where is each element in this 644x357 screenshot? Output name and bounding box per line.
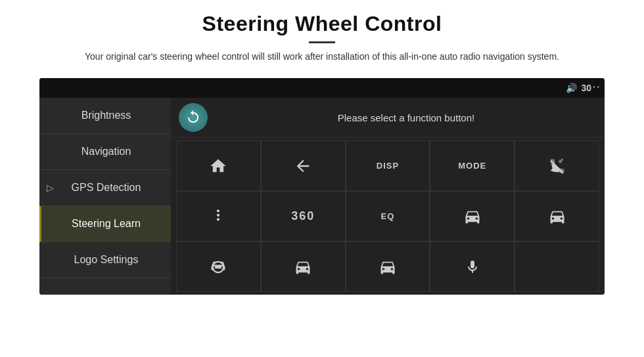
disp-label: DISP bbox=[377, 161, 399, 171]
btn-antenna[interactable] bbox=[176, 191, 261, 242]
btn-360[interactable]: 360 bbox=[261, 191, 346, 242]
btn-back[interactable] bbox=[261, 140, 346, 191]
volume-icon: 🔊 bbox=[566, 83, 577, 93]
btn-microphone[interactable] bbox=[430, 242, 515, 292]
page-header: Steering Wheel Control Your original car… bbox=[0, 0, 644, 72]
main-content: Brightness Navigation ▷ GPS Detection St… bbox=[39, 98, 605, 295]
car-radio-ui: 🔊 30 Brightness Navigation ▷ GPS Detecti… bbox=[39, 78, 605, 295]
btn-home[interactable] bbox=[176, 140, 261, 191]
eq-label: EQ bbox=[381, 211, 395, 221]
sidebar-item-gps-detection[interactable]: ▷ GPS Detection bbox=[39, 170, 171, 206]
sidebar: Brightness Navigation ▷ GPS Detection St… bbox=[39, 98, 171, 295]
btn-car-front[interactable] bbox=[176, 242, 261, 292]
sidebar-item-logo-settings[interactable]: Logo Settings bbox=[39, 242, 171, 278]
button-grid: DISP MODE 360 bbox=[171, 138, 605, 295]
btn-car-cam1[interactable] bbox=[430, 191, 515, 242]
mode-label: MODE bbox=[458, 161, 486, 171]
btn-car-side1[interactable] bbox=[261, 242, 346, 292]
function-bar: Please select a function button! • • • bbox=[171, 98, 605, 138]
function-prompt: Please select a function button! bbox=[216, 112, 597, 123]
btn-car-cam2[interactable] bbox=[515, 191, 599, 242]
btn-mode[interactable]: MODE bbox=[430, 140, 515, 191]
page-title: Steering Wheel Control bbox=[53, 12, 591, 36]
360-label: 360 bbox=[291, 209, 315, 223]
btn-disp[interactable]: DISP bbox=[346, 140, 430, 191]
sidebar-item-steering-learn[interactable]: Steering Learn bbox=[39, 206, 171, 242]
cursor-pointer: ▷ bbox=[47, 182, 54, 193]
right-panel: Please select a function button! • • • bbox=[171, 98, 605, 295]
sidebar-item-navigation[interactable]: Navigation bbox=[39, 134, 171, 170]
title-divider bbox=[309, 41, 335, 43]
top-bar: 🔊 30 bbox=[39, 78, 605, 98]
page-subtitle: Your original car's steering wheel contr… bbox=[53, 50, 591, 64]
btn-car-side2[interactable] bbox=[346, 242, 430, 292]
btn-phone-off[interactable] bbox=[515, 140, 599, 191]
btn-empty bbox=[515, 242, 599, 292]
refresh-button[interactable] bbox=[179, 103, 208, 132]
btn-eq[interactable]: EQ bbox=[346, 191, 430, 242]
sidebar-item-brightness[interactable]: Brightness bbox=[39, 98, 171, 134]
